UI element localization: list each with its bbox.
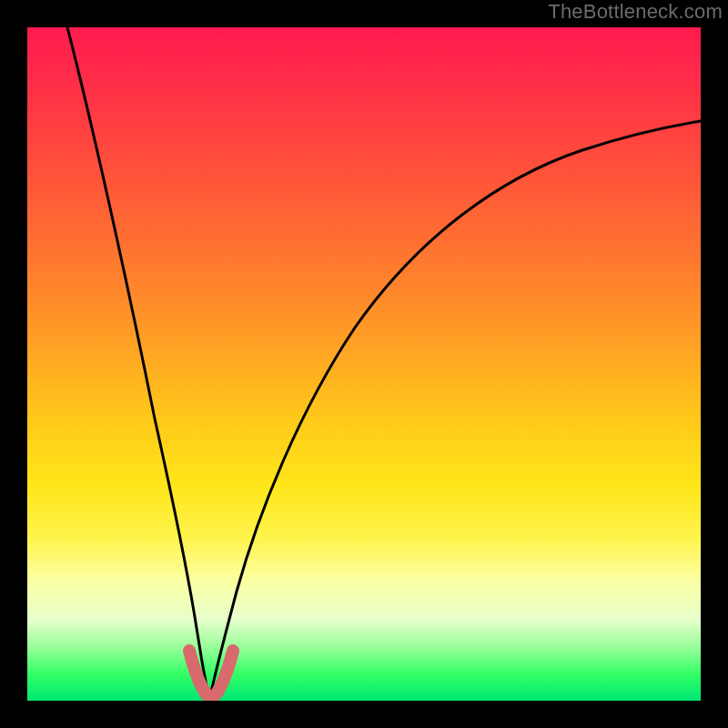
right-curve bbox=[209, 121, 701, 701]
chart-svg bbox=[27, 27, 701, 701]
left-curve bbox=[67, 27, 209, 701]
chart-frame: TheBottleneck.com bbox=[0, 0, 728, 728]
bottom-u-mark bbox=[189, 651, 233, 697]
watermark-text: TheBottleneck.com bbox=[548, 0, 723, 24]
plot-area bbox=[27, 27, 701, 701]
